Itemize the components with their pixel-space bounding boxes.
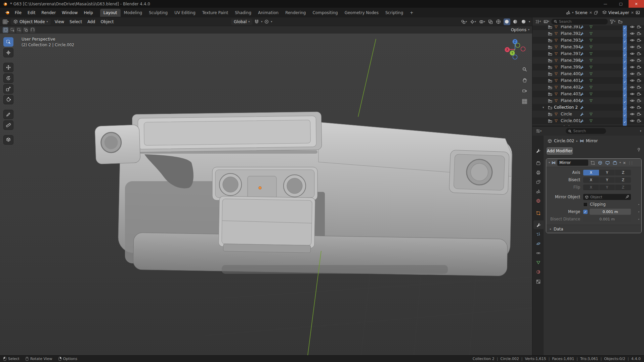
viewport-menu-item[interactable]: View	[52, 18, 67, 25]
modifier-name-input[interactable]: Mirror	[557, 160, 588, 166]
outliner-row[interactable]: ▸ ▾ ▽ Plane.398 ▽ ✓	[532, 57, 644, 64]
shading-rendered-button[interactable]	[520, 18, 527, 25]
eyedropper-icon[interactable]	[625, 195, 629, 199]
new-collection-button[interactable]	[617, 19, 623, 24]
tab-scene-properties[interactable]	[533, 187, 543, 196]
outliner-row[interactable]: ▸ ▾ ▽ Plane.403 ▽ ✓	[532, 91, 644, 97]
tab-output-properties[interactable]	[533, 168, 543, 177]
properties-search-input[interactable]	[573, 129, 604, 133]
workspace-tab[interactable]: Rendering	[282, 9, 309, 17]
workspace-tab[interactable]: Scripting	[382, 9, 406, 17]
hide-eye-icon[interactable]	[630, 44, 635, 50]
tool-options-dropdown[interactable]: Options ▾	[511, 28, 529, 32]
camera-view-button[interactable]	[521, 87, 528, 94]
outliner-row[interactable]: ▸ ▾ ▽ Plane.400 ▽ ✓	[532, 70, 644, 77]
outliner-item-label[interactable]: Plane.393	[561, 37, 581, 44]
add-workspace-button[interactable]: +	[407, 9, 416, 16]
workspace-tab[interactable]: Modeling	[121, 9, 146, 17]
outliner-row[interactable]: ▸ ▾ ▽ Circle ▽ ✓	[532, 111, 644, 117]
select-mode-invert-button[interactable]	[23, 27, 29, 33]
modifier-panel-header[interactable]: ▾ ⋈ Mirror ▾ × ⋮⋮	[546, 159, 641, 167]
outliner-search[interactable]	[551, 19, 608, 24]
minimize-button[interactable]: —	[598, 0, 613, 8]
outliner-item-label[interactable]: Plane.392	[561, 30, 581, 37]
outliner-item-label[interactable]: Collection 2	[554, 104, 578, 111]
bisect-z-button[interactable]: Z	[615, 177, 631, 183]
outliner-row[interactable]: ▸ ▾ ▽ Circle.001 ▽ ✓	[532, 117, 644, 124]
workspace-tab[interactable]: Geometry Nodes	[341, 9, 382, 17]
display-on-cage-toggle[interactable]	[590, 160, 596, 166]
hide-eye-icon[interactable]	[630, 37, 635, 44]
camera-visibility-icon[interactable]	[637, 57, 641, 64]
axis-y-button[interactable]: Y	[599, 170, 615, 175]
tab-modifier-properties[interactable]	[533, 220, 544, 229]
menu-item[interactable]: Render	[38, 9, 59, 16]
data-subpanel-header[interactable]: ▸ Data	[546, 225, 641, 233]
transform-tool[interactable]	[3, 95, 13, 104]
editor-type-button[interactable]: ▾	[2, 19, 9, 25]
properties-options-chevron-icon[interactable]: ▾	[640, 130, 641, 133]
animate-dot-icon[interactable]	[638, 204, 639, 205]
outliner-item-label[interactable]: Circle.001	[561, 117, 581, 124]
workspace-tab[interactable]: Layout	[100, 9, 121, 17]
camera-visibility-icon[interactable]	[637, 124, 641, 126]
snap-settings-chevron-icon[interactable]: ▾	[261, 20, 262, 23]
tab-view-layer-properties[interactable]	[533, 177, 543, 186]
outliner-row[interactable]: ▸ ▾ ▽ Circle.002 ▽ ✓	[532, 124, 644, 126]
outliner-item-label[interactable]: Plane.399	[561, 64, 581, 70]
workspace-tab[interactable]: Texture Paint	[199, 9, 231, 17]
tab-physics-properties[interactable]	[533, 239, 543, 248]
xray-toggle-button[interactable]	[487, 19, 493, 25]
merge-checkbox[interactable]: ✓	[583, 210, 588, 214]
select-mode-subtract-button[interactable]	[16, 27, 22, 33]
hide-eye-icon[interactable]	[630, 97, 635, 104]
outliner-row[interactable]: ▸ ▾ ▽ Plane.404 ▽ ✓	[532, 97, 644, 104]
modifier-extras-chevron-icon[interactable]: ▾	[619, 161, 621, 164]
delete-modifier-button[interactable]: ×	[623, 161, 626, 165]
outliner-item-label[interactable]: Plane.404	[561, 97, 581, 104]
scale-tool[interactable]	[3, 84, 13, 94]
shading-material-button[interactable]	[512, 18, 519, 25]
maximize-button[interactable]: ▢	[613, 0, 629, 8]
camera-visibility-icon[interactable]	[637, 64, 641, 70]
close-button[interactable]: ×	[629, 0, 644, 8]
menu-item[interactable]: Window	[59, 9, 81, 16]
tab-constraint-properties[interactable]	[533, 249, 543, 257]
outliner-item-label[interactable]: Circle	[561, 111, 572, 117]
properties-editor-type-button[interactable]: ▾	[535, 128, 542, 134]
zoom-view-button[interactable]	[521, 66, 528, 72]
viewport-menu-item[interactable]: Object	[98, 18, 116, 25]
hide-eye-icon[interactable]	[630, 84, 635, 91]
flip-z-button[interactable]: Z	[615, 185, 631, 190]
tab-world-properties[interactable]	[533, 196, 543, 205]
proportional-editing-button[interactable]	[264, 19, 269, 24]
proportional-falloff-chevron-icon[interactable]: ▾	[271, 20, 272, 23]
bisect-x-button[interactable]: X	[583, 177, 599, 183]
camera-visibility-icon[interactable]	[637, 111, 641, 117]
outliner-editor-type-button[interactable]: ▾	[534, 19, 542, 24]
breadcrumb-modifier[interactable]: Mirror	[586, 139, 598, 143]
viewport-canvas[interactable]: User Perspective (2) Collection 2 | Circ…	[0, 34, 532, 355]
tab-object-data-properties[interactable]	[533, 258, 543, 267]
view-layer-selector[interactable]: ViewLayer ×	[601, 10, 641, 16]
display-render-toggle[interactable]	[612, 160, 618, 166]
hide-eye-icon[interactable]	[630, 111, 635, 117]
select-mode-intersect-button[interactable]	[30, 27, 35, 33]
hide-eye-icon[interactable]	[630, 77, 635, 84]
orientation-dropdown[interactable]: Global ▾	[231, 19, 252, 25]
scene-selector[interactable]: ▾ Scene ×	[565, 10, 599, 16]
camera-visibility-icon[interactable]	[637, 37, 641, 44]
camera-visibility-icon[interactable]	[637, 84, 641, 91]
move-tool[interactable]	[3, 63, 13, 72]
hide-eye-icon[interactable]	[630, 70, 635, 77]
hide-eye-icon[interactable]	[630, 30, 635, 37]
tab-particle-properties[interactable]	[533, 230, 543, 239]
measure-tool[interactable]	[3, 120, 13, 130]
outliner-item-label[interactable]: Circle.002	[561, 124, 581, 126]
remove-view-layer-icon[interactable]: ×	[631, 10, 634, 15]
render-layers-icon[interactable]	[636, 10, 640, 15]
hide-eye-icon[interactable]	[630, 104, 635, 111]
tab-tool-properties[interactable]	[533, 146, 543, 155]
annotate-tool[interactable]	[3, 110, 13, 119]
outliner-row[interactable]: ▸ ▾ ▽ Plane.401 ▽ ✓	[532, 77, 644, 84]
